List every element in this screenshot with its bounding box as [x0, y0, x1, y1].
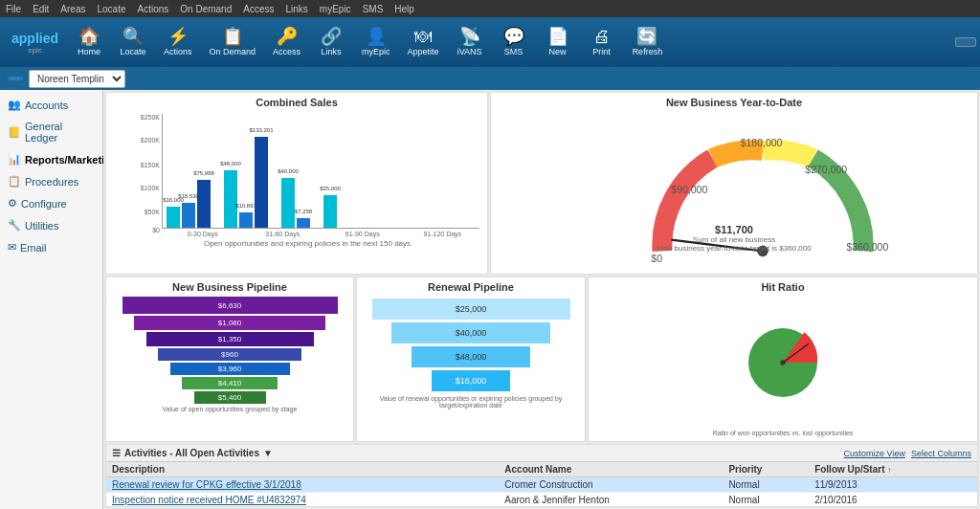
- activity-priority: Normal: [723, 477, 809, 493]
- activity-account: Aaron & Jennifer Henton: [499, 493, 723, 507]
- gauge-target-note: New business year-to-date target is $360…: [657, 244, 811, 253]
- rp-seg-1: $25,000: [372, 299, 570, 320]
- actions-icon: ⚡: [167, 28, 189, 45]
- rp-seg-4: $16,000: [432, 370, 511, 391]
- refresh-toolbar-button[interactable]: 🔄 Refresh: [625, 24, 671, 60]
- locate-button[interactable]: 🔍 Locate: [112, 24, 154, 60]
- nbp-seg-1: $6,630: [122, 297, 338, 314]
- access-button[interactable]: 🔑 Access: [265, 24, 308, 60]
- select-columns-button[interactable]: Select Columns: [911, 449, 971, 458]
- access-icon: 🔑: [277, 28, 298, 45]
- svg-text:$360,000: $360,000: [847, 241, 889, 253]
- links-button[interactable]: 🔗 Links: [310, 24, 352, 60]
- activities-title: ☰ Activities - All Open Activities ▼: [112, 448, 273, 458]
- sidebar-item-reports-marketing[interactable]: 📊 Reports/Marketing: [0, 148, 102, 170]
- ivans-button[interactable]: 📡 iVANS: [449, 24, 491, 60]
- col-priority[interactable]: Priority: [723, 462, 809, 477]
- nbp-note: Value of open opportunities grouped by s…: [106, 406, 353, 412]
- links-label: Links: [322, 47, 342, 56]
- bar-group-0-30: $16,000 $18,530 $75,988: [167, 180, 211, 228]
- activity-priority: Normal: [723, 493, 809, 507]
- menu-sms[interactable]: SMS: [363, 4, 384, 14]
- sidebar-item-configure[interactable]: ⚙ Configure: [0, 192, 102, 214]
- svg-point-9: [780, 360, 785, 365]
- menu-actions[interactable]: Actions: [138, 4, 169, 14]
- sidebar-configure-label: Configure: [21, 198, 67, 210]
- on-demand-button[interactable]: 📋 On Demand: [202, 24, 264, 60]
- col-description[interactable]: Description: [106, 462, 499, 477]
- actions-label: Actions: [164, 47, 192, 56]
- menu-edit[interactable]: Edit: [33, 4, 49, 14]
- new-label: New: [549, 47, 567, 56]
- customize-view-button[interactable]: Customize View: [844, 449, 905, 458]
- user-dropdown[interactable]: Noreen Templin: [29, 70, 125, 88]
- sidebar-utilities-label: Utilities: [25, 220, 58, 232]
- appetite-button[interactable]: 🍽 Appetite: [400, 24, 447, 60]
- activities-header: ☰ Activities - All Open Activities ▼ Cus…: [106, 445, 977, 462]
- activities-title-text: Activities - All Open Activities: [124, 448, 259, 458]
- col-account[interactable]: Account Name: [499, 462, 723, 477]
- home-label: Home: [78, 47, 100, 56]
- myepic-icon: 👤: [366, 28, 387, 45]
- svg-text:$90,000: $90,000: [671, 183, 707, 194]
- menu-links[interactable]: Links: [285, 4, 307, 14]
- on-demand-icon: 📋: [222, 28, 243, 45]
- accounts-icon: 👥: [8, 99, 21, 111]
- nbp-seg-3: $1,350: [146, 332, 314, 346]
- myepic-button[interactable]: 👤 myEpic: [354, 24, 398, 60]
- sidebar-item-email[interactable]: ✉ Email: [0, 236, 102, 258]
- actions-button[interactable]: ⚡ Actions: [156, 24, 200, 60]
- sidebar-item-utilities[interactable]: 🔧 Utilities: [0, 214, 102, 236]
- gauge-description: Sum of all new business: [693, 235, 775, 244]
- renewal-pipeline-chart: Renewal Pipeline $25,000 $40,000 $48,000…: [356, 277, 586, 442]
- configure-icon: ⚙: [8, 197, 17, 210]
- menu-file[interactable]: File: [6, 4, 21, 14]
- menu-locate[interactable]: Locate: [97, 4, 125, 14]
- refresh-button[interactable]: [8, 77, 23, 80]
- logo-text: applied: [11, 31, 58, 46]
- rp-seg-2: $40,000: [391, 322, 550, 343]
- sidebar-general-ledger-label: General Ledger: [25, 121, 95, 144]
- gauge-value: $11,700: [715, 224, 753, 235]
- x-label-0-30: 0-30 Days: [166, 231, 240, 237]
- menu-on-demand[interactable]: On Demand: [180, 4, 232, 14]
- reports-icon: 📊: [8, 153, 21, 166]
- new-business-ytd-chart: New Business Year-to-Date $0 $90,0: [490, 92, 978, 275]
- svg-text:$180,000: $180,000: [741, 136, 783, 147]
- bar-chart: $16,000 $18,530 $75,988: [162, 114, 479, 229]
- ivans-icon: 📡: [459, 28, 480, 45]
- sidebar-email-label: Email: [20, 242, 47, 254]
- sms-icon: 💬: [503, 28, 524, 45]
- hit-ratio-chart: Hit Ratio Ratio of won opportunities vs.…: [588, 277, 978, 442]
- logo: applied epic: [4, 27, 66, 58]
- locate-label: Locate: [121, 47, 146, 56]
- rp-note: Value of renewal opportunities or expiri…: [357, 395, 585, 409]
- logout-button[interactable]: [955, 37, 976, 47]
- general-ledger-icon: 📒: [8, 126, 21, 139]
- new-button[interactable]: 📄 New: [537, 24, 579, 60]
- combined-sales-chart: Combined Sales $250K $200K $150K $100K $…: [105, 92, 488, 275]
- home-button[interactable]: 🏠 Home: [68, 24, 110, 60]
- menu-areas[interactable]: Areas: [60, 4, 85, 14]
- menu-help[interactable]: Help: [394, 4, 414, 14]
- content-area: Combined Sales $250K $200K $150K $100K $…: [103, 90, 980, 509]
- ivans-label: iVANS: [457, 47, 482, 56]
- activity-description[interactable]: Renewal review for CPKG effective 3/1/20…: [106, 477, 499, 493]
- home-icon: 🏠: [78, 28, 100, 45]
- col-followup[interactable]: Follow Up/Start ↑: [809, 462, 977, 477]
- menu-myepic[interactable]: myEpic: [320, 4, 351, 14]
- sidebar-item-general-ledger[interactable]: 📒 General Ledger: [0, 116, 102, 148]
- print-button[interactable]: 🖨 Print: [581, 24, 623, 60]
- activities-dropdown-icon[interactable]: ▼: [263, 448, 273, 458]
- print-label: Print: [592, 47, 611, 56]
- activity-description[interactable]: Inspection notice received HOME #U483297…: [106, 493, 499, 507]
- sms-button[interactable]: 💬 SMS: [493, 24, 535, 60]
- sidebar-item-procedures[interactable]: 📋 Procedures: [0, 170, 102, 192]
- sidebar-item-accounts[interactable]: 👥 Accounts: [0, 94, 102, 116]
- nbp-seg-2: $1,080: [134, 316, 325, 330]
- combined-sales-note: Open opportunities and expiring policies…: [135, 239, 479, 248]
- menu-access[interactable]: Access: [243, 4, 274, 14]
- appetite-label: Appetite: [408, 47, 439, 56]
- combined-sales-title: Combined Sales: [106, 93, 487, 110]
- gauge-container: $0 $90,000 $180,000 $270,000 $360,000 $1…: [491, 110, 977, 270]
